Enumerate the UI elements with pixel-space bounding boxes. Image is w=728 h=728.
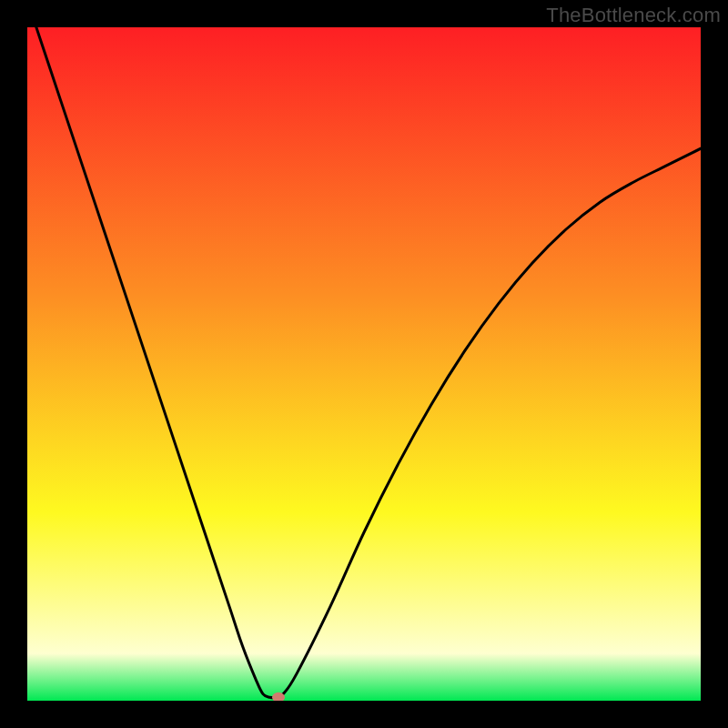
plot-area bbox=[27, 27, 701, 701]
chart-frame: TheBottleneck.com bbox=[0, 0, 728, 728]
watermark-text: TheBottleneck.com bbox=[546, 4, 721, 27]
chart-svg bbox=[27, 27, 701, 701]
gradient-background bbox=[27, 27, 701, 701]
